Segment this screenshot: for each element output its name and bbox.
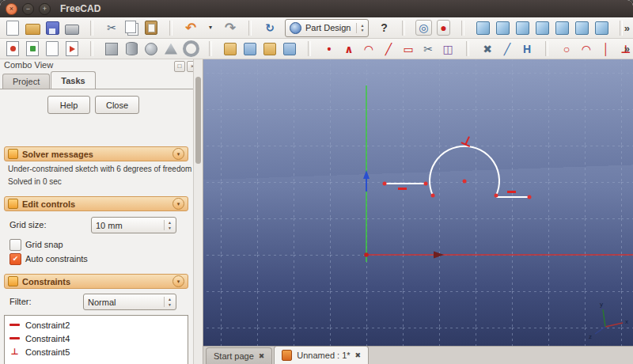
close-tab-icon[interactable]: ✖ bbox=[259, 353, 265, 360]
section-collapse-button[interactable]: ▾ bbox=[172, 148, 184, 160]
spin-arrows[interactable]: ▲▼ bbox=[164, 297, 172, 307]
combo-view-panel: Combo View □ × Project Tasks Help Close … bbox=[0, 59, 203, 364]
point-tool-icon[interactable]: • bbox=[320, 40, 339, 58]
grid-snap-checkbox[interactable]: ✔ bbox=[9, 239, 21, 251]
cut-icon[interactable]: ✂ bbox=[102, 19, 121, 36]
constraint-list-item[interactable]: ⊥ Constraint5 bbox=[5, 345, 188, 358]
constraint-filter-dropdown[interactable]: Normal ▲▼ bbox=[83, 294, 176, 310]
torus-solid-icon[interactable] bbox=[181, 40, 200, 58]
map-sketch-icon[interactable] bbox=[43, 40, 62, 58]
workbench-selector[interactable]: Part Design ▲▼ bbox=[285, 19, 369, 37]
separator bbox=[82, 19, 101, 36]
section-collapse-button[interactable]: ▾ bbox=[172, 275, 184, 287]
front-view-icon[interactable] bbox=[493, 19, 512, 36]
leave-sketch-icon[interactable] bbox=[63, 40, 81, 58]
axis-label-x: x bbox=[625, 318, 628, 325]
tab-unnamed-document[interactable]: Unnamed : 1* ✖ bbox=[274, 346, 369, 364]
constraint-vertical-icon[interactable]: │ bbox=[597, 40, 616, 58]
trim-tool-icon[interactable]: ✂ bbox=[419, 40, 438, 58]
toolbar-overflow-icon[interactable]: » bbox=[624, 22, 630, 34]
rectangle-tool-icon[interactable]: ▭ bbox=[399, 40, 418, 58]
axonometric-view-icon[interactable] bbox=[473, 19, 492, 36]
open-file-icon[interactable] bbox=[23, 19, 42, 36]
window-maximize-button[interactable]: + bbox=[39, 3, 51, 15]
constraint-list-item[interactable]: Constraint4 bbox=[5, 332, 188, 345]
pocket-icon[interactable] bbox=[241, 40, 260, 58]
constraint-list-item[interactable]: Constraint2 bbox=[5, 318, 188, 332]
undo-dropdown-icon[interactable]: ▾ bbox=[201, 19, 220, 36]
draw-style-icon[interactable]: ● bbox=[434, 19, 453, 36]
new-file-icon[interactable] bbox=[3, 19, 22, 36]
delete-constraints-icon[interactable]: ✖ bbox=[478, 40, 497, 58]
create-sketch-icon[interactable] bbox=[3, 40, 22, 58]
close-tab-icon[interactable]: ✖ bbox=[355, 352, 362, 359]
spin-arrows[interactable]: ▲▼ bbox=[164, 220, 172, 230]
help-button[interactable]: Help bbox=[47, 96, 90, 114]
separator bbox=[300, 40, 319, 58]
toolbar-overflow-icon[interactable]: » bbox=[624, 43, 630, 55]
constraint-horizontal-icon[interactable]: H bbox=[517, 40, 536, 58]
edit-sketch-icon[interactable] bbox=[23, 40, 42, 58]
panel-scrollbar[interactable] bbox=[193, 59, 203, 364]
tab-project[interactable]: Project bbox=[2, 74, 50, 89]
close-button[interactable]: Close bbox=[95, 96, 139, 114]
auto-constraints-checkbox[interactable]: ✔ bbox=[9, 253, 21, 265]
horizontal-constraint-marker[interactable] bbox=[398, 188, 407, 190]
whats-this-icon[interactable]: ? bbox=[374, 19, 393, 36]
constraints-header[interactable]: Constraints ▾ bbox=[4, 274, 188, 289]
top-view-icon[interactable] bbox=[513, 19, 532, 36]
section-collapse-button[interactable]: ▾ bbox=[172, 198, 184, 210]
circle-tool-icon[interactable]: ○ bbox=[557, 40, 576, 58]
panel-scrollbar-thumb[interactable] bbox=[195, 77, 201, 164]
construction-mode-icon[interactable]: ╱ bbox=[498, 40, 517, 58]
tab-start-page[interactable]: Start page ✖ bbox=[206, 347, 272, 364]
origin-point[interactable] bbox=[364, 252, 369, 257]
cylinder-solid-icon[interactable] bbox=[122, 40, 141, 58]
left-view-icon[interactable] bbox=[592, 19, 611, 36]
grid-size-spinbox[interactable]: 10 mm ▲▼ bbox=[91, 217, 176, 233]
save-icon[interactable] bbox=[43, 19, 62, 36]
panel-float-button[interactable]: □ bbox=[174, 61, 185, 72]
sketch-point[interactable] bbox=[431, 194, 435, 198]
refresh-icon[interactable]: ↻ bbox=[260, 19, 279, 36]
constraint-list[interactable]: Constraint2 Constraint4 ⊥ Constraint5 bbox=[4, 315, 188, 364]
right-view-icon[interactable] bbox=[533, 19, 552, 36]
rear-view-icon[interactable] bbox=[552, 19, 571, 36]
copy-icon[interactable] bbox=[122, 19, 141, 36]
box-zoom-icon[interactable]: ◎ bbox=[414, 19, 433, 36]
bottom-view-icon[interactable] bbox=[572, 19, 591, 36]
sketch-canvas[interactable]: x y z bbox=[203, 59, 633, 346]
horizontal-constraint-marker[interactable] bbox=[507, 191, 516, 193]
cone-solid-icon[interactable] bbox=[161, 40, 180, 58]
arc-center-point[interactable] bbox=[463, 180, 467, 184]
line-tool-icon[interactable]: ╱ bbox=[379, 40, 398, 58]
paste-icon[interactable] bbox=[142, 19, 161, 36]
combo-spin-arrows[interactable]: ▲▼ bbox=[356, 23, 364, 33]
box-solid-icon[interactable] bbox=[102, 40, 121, 58]
external-geometry-icon[interactable]: ◫ bbox=[438, 40, 457, 58]
sketch-point[interactable] bbox=[424, 182, 428, 186]
grid-size-label: Grid size: bbox=[9, 220, 46, 229]
sketch-point[interactable] bbox=[383, 182, 387, 186]
separator bbox=[537, 40, 556, 58]
window-minimize-button[interactable]: − bbox=[22, 3, 34, 15]
separator bbox=[458, 40, 477, 58]
undo-icon[interactable]: ↶ bbox=[181, 19, 200, 36]
3d-viewport[interactable]: x y z bbox=[203, 59, 633, 346]
arc-center-tool-icon[interactable]: ◠ bbox=[577, 40, 596, 58]
polyline-tool-icon[interactable]: ∧ bbox=[339, 40, 358, 58]
tab-tasks[interactable]: Tasks bbox=[51, 71, 95, 89]
edit-controls-header[interactable]: Edit controls ▾ bbox=[4, 196, 188, 211]
revolution-icon[interactable] bbox=[260, 40, 279, 58]
redo-icon[interactable]: ↷ bbox=[221, 19, 240, 36]
groove-icon[interactable] bbox=[280, 40, 299, 58]
pad-icon[interactable] bbox=[221, 40, 240, 58]
sketch-point[interactable] bbox=[495, 194, 498, 198]
arc-tool-icon[interactable]: ◠ bbox=[359, 40, 378, 58]
solver-messages-header[interactable]: Solver messages ▾ bbox=[4, 146, 188, 161]
sketch-point[interactable] bbox=[528, 195, 532, 199]
section-icon bbox=[8, 149, 18, 159]
sphere-solid-icon[interactable] bbox=[142, 40, 161, 58]
print-icon[interactable] bbox=[63, 19, 81, 36]
window-close-button[interactable]: × bbox=[6, 3, 17, 15]
